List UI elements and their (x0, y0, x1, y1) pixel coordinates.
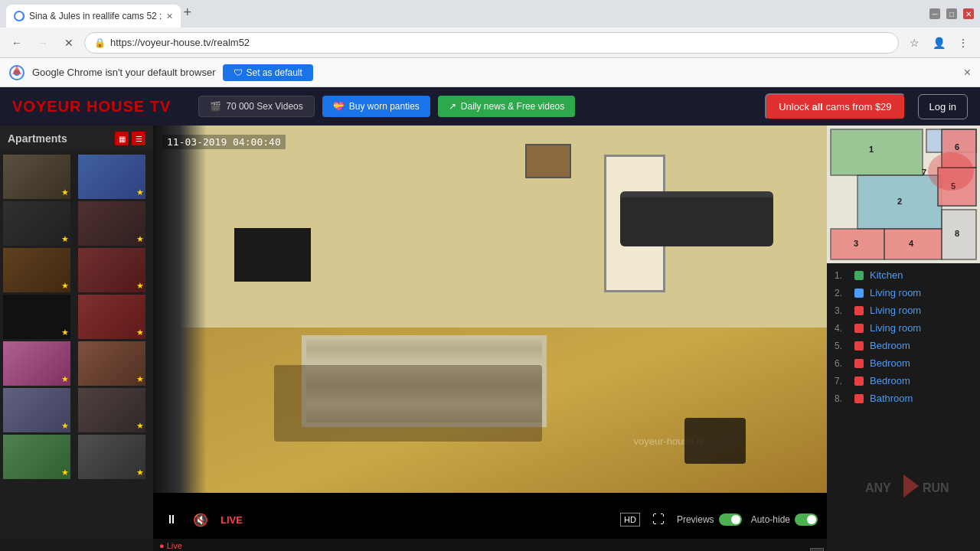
apartment-thumbnail-5[interactable]: ★ (3, 248, 70, 292)
room-color-indicator (854, 324, 864, 333)
reload-button[interactable]: ✕ (58, 32, 80, 54)
buy-panties-button[interactable]: 💝 Buy worn panties (322, 96, 430, 117)
previews-label: Previews (677, 514, 714, 525)
apartment-thumbnail-9[interactable]: ★ (3, 341, 70, 386)
star-badge: ★ (136, 328, 144, 337)
apartment-thumbnail-7[interactable]: ★ (3, 295, 70, 339)
shield-icon: 🛡 (234, 67, 243, 78)
active-tab[interactable]: Sina & Jules in reallife cams 52 : × (6, 5, 181, 28)
room-number: 6. (835, 358, 848, 369)
apartment-thumbnail-6[interactable]: ★ (78, 248, 145, 292)
back-button[interactable]: ← (6, 32, 28, 54)
room-item-2[interactable]: 2. Living room (827, 284, 980, 302)
timeline-zoom-controls: + - (807, 539, 827, 551)
sex-videos-button[interactable]: 🎬 70 000 Sex Videos (198, 96, 315, 117)
room-color-indicator (854, 306, 864, 315)
apartment-thumbnail-11[interactable]: ★ (3, 388, 70, 432)
profile-button[interactable]: 👤 (928, 32, 949, 54)
star-badge: ★ (61, 468, 69, 478)
new-tab-button[interactable]: + (184, 5, 192, 21)
share-icon: ↗ (449, 101, 456, 112)
floor-plan-svg: 1 2 5 6 7 (827, 126, 980, 263)
mute-button[interactable]: 🔇 (190, 510, 211, 530)
room-number: 4. (835, 323, 848, 334)
room-label: Kitchen (870, 269, 903, 281)
room-label: Bedroom (870, 340, 910, 351)
fullscreen-button[interactable]: ⛶ (649, 510, 668, 530)
tab-title: Sina & Jules in reallife cams 52 : (29, 11, 162, 21)
chrome-logo-icon (9, 65, 24, 80)
star-badge: ★ (61, 281, 69, 291)
room-label: Living room (870, 305, 921, 316)
previews-switch[interactable] (719, 514, 742, 526)
apartment-thumbnail-8[interactable]: ★ (78, 295, 145, 339)
room-color-indicator (854, 359, 864, 368)
heart-icon: 💝 (333, 101, 345, 112)
apartments-sidebar: Apartments ▦ ☰ ★ ★ (0, 126, 153, 539)
unlock-cams-button[interactable]: Unlock all cams from $29 (765, 93, 905, 120)
live-badge[interactable]: LIVE (220, 514, 243, 526)
room-label: Bedroom (870, 375, 910, 386)
star-badge: ★ (61, 328, 69, 337)
room-item-5[interactable]: 5. Bedroom (827, 337, 980, 354)
set-default-button[interactable]: 🛡 Set as default (223, 64, 312, 81)
site-content: VOYEUR HOUSE TV 🎬 70 000 Sex Videos 💝 Bu… (0, 87, 980, 551)
star-badge: ★ (136, 187, 144, 197)
room-number: 5. (835, 341, 848, 351)
apartment-thumbnail-10[interactable]: ★ (78, 341, 145, 386)
notification-message: Google Chrome isn't your default browser (32, 67, 215, 78)
list-view-button[interactable]: ☰ (132, 132, 145, 145)
daily-news-button[interactable]: ↗ Daily news & Free videos (438, 96, 575, 117)
login-button[interactable]: Log in (918, 94, 968, 119)
autohide-knob (807, 515, 816, 524)
apartment-thumbnail-14[interactable]: ★ (78, 435, 145, 479)
apartment-thumbnail-12[interactable]: ★ (78, 388, 145, 432)
star-badge: ★ (61, 421, 69, 431)
forward-button[interactable]: → (32, 32, 54, 54)
room-item-4[interactable]: 4. Living room (827, 319, 980, 337)
svg-text:RUN: RUN (923, 481, 949, 494)
address-bar[interactable]: 🔒 https://voyeur-house.tv/realm52 (84, 32, 899, 54)
video-container: 11-03-2019 04:00:40 voyeur-house.tv ⏸ 🔇 … (153, 126, 827, 539)
apartment-thumbnail-2[interactable]: ★ (78, 155, 145, 199)
sidebar-title: Apartments (8, 132, 67, 145)
site-header: VOYEUR HOUSE TV 🎬 70 000 Sex Videos 💝 Bu… (0, 87, 980, 126)
autohide-label: Auto-hide (751, 514, 790, 525)
room-item-8[interactable]: 8. Bathroom (827, 390, 980, 407)
autohide-switch[interactable] (795, 514, 818, 526)
lock-icon: 🔒 (94, 37, 106, 48)
room-number: 1. (835, 270, 848, 281)
svg-rect-4 (831, 129, 923, 175)
close-window-button[interactable]: ✕ (963, 8, 974, 19)
minimize-button[interactable]: ─ (929, 8, 940, 19)
floor-plan-map: 1 2 5 6 7 (827, 126, 980, 263)
menu-button[interactable]: ⋮ (952, 32, 974, 54)
video-timestamp: 11-03-2019 04:00:40 (162, 135, 286, 149)
video-controls: ⏸ 🔇 LIVE HD ⛶ Previews A (153, 500, 827, 539)
room-item-1[interactable]: 1. Kitchen (827, 266, 980, 284)
hd-settings-button[interactable]: HD (620, 513, 640, 527)
room-item-7[interactable]: 7. Bedroom (827, 372, 980, 390)
tab-close-button[interactable]: × (166, 10, 172, 22)
star-badge: ★ (136, 421, 144, 431)
apartment-thumbnail-4[interactable]: ★ (78, 201, 145, 246)
apartment-thumbnail-13[interactable]: ★ (3, 435, 70, 479)
room-number: 2. (835, 288, 848, 298)
pause-button[interactable]: ⏸ (162, 510, 181, 530)
notification-close-button[interactable]: × (964, 66, 971, 80)
bookmark-button[interactable]: ☆ (903, 32, 925, 54)
logo-text: VOYEUR HOUSE TV (12, 98, 171, 115)
star-badge: ★ (136, 281, 144, 291)
anyrun-watermark: ANY RUN (835, 463, 980, 509)
room-item-3[interactable]: 3. Living room (827, 302, 980, 319)
maximize-button[interactable]: □ (946, 8, 957, 19)
room-color-indicator (854, 394, 864, 403)
timeline-label: ● Live (153, 539, 827, 551)
room-item-6[interactable]: 6. Bedroom (827, 354, 980, 372)
tab-favicon (14, 11, 24, 21)
zoom-in-button[interactable]: + (810, 548, 824, 551)
grid-view-button[interactable]: ▦ (115, 132, 129, 145)
room-number: 7. (835, 376, 848, 386)
apartment-thumbnail-1[interactable]: ★ (3, 155, 70, 199)
apartment-thumbnail-3[interactable]: ★ (3, 201, 70, 246)
